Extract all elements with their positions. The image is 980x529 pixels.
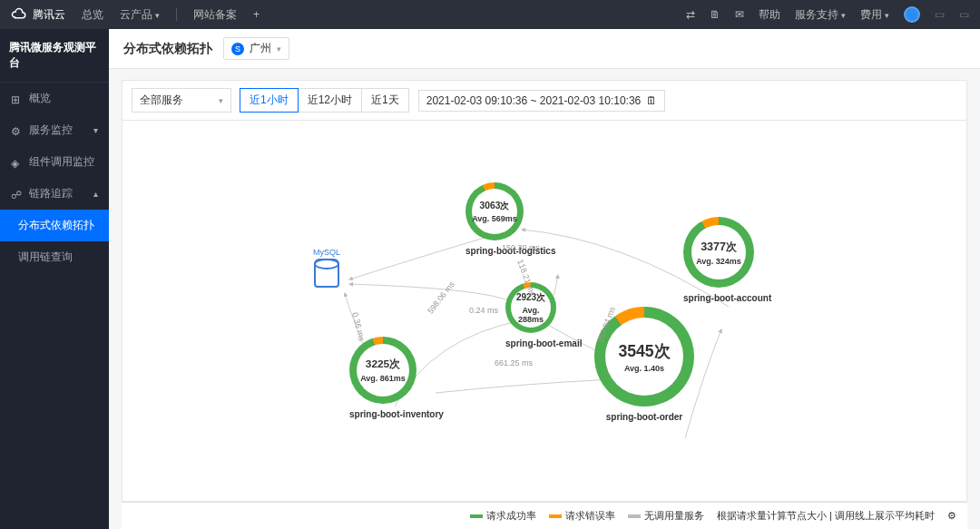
edge-label: 661.25 ms — [495, 358, 533, 367]
node-inventory[interactable]: 3225次Avg. 861ms spring-boot-inventory — [349, 337, 444, 419]
sidebar-item-label: 链路追踪 — [29, 186, 73, 201]
datetime-picker[interactable]: 2021-02-03 09:10:36 ~ 2021-02-03 10:10:3… — [418, 90, 666, 112]
legend-swatch-green — [470, 514, 483, 518]
node-avg: Avg. 1.40s — [624, 364, 664, 373]
region-selector[interactable]: S 广州 ▾ — [223, 37, 289, 60]
sidebar-item-component[interactable]: ◈ 组件调用监控 — [0, 146, 109, 178]
legend-nocall: 无调用量服务 — [628, 509, 704, 523]
node-label: spring-boot-email — [505, 338, 582, 348]
database-icon — [314, 259, 339, 288]
sidebar-item-label: 概览 — [29, 91, 51, 106]
legend-footer: 请求成功率 请求错误率 无调用量服务 根据请求量计算节点大小 | 调用线上展示平… — [122, 502, 967, 529]
chevron-down-icon: ▾ — [93, 125, 98, 135]
service-filter-label: 全部服务 — [140, 93, 183, 108]
chevron-down-icon: ▾ — [219, 96, 223, 105]
settings-icon[interactable]: ⚙ — [947, 510, 956, 522]
range-12h-button[interactable]: 近12小时 — [298, 88, 362, 113]
gear-icon: ⚙ — [11, 125, 22, 136]
nav-overview[interactable]: 总览 — [82, 7, 103, 23]
avatar[interactable] — [904, 6, 920, 23]
nav-fee[interactable]: 费用 — [860, 7, 889, 23]
sidebar: 腾讯微服务观测平台 ⊞ 概览 ⚙ 服务监控 ▾ ◈ 组件调用监控 ☍ 链路追踪 … — [0, 29, 109, 529]
legend-note: 根据请求量计算节点大小 | 调用线上展示平均耗时 — [717, 509, 935, 523]
node-label: spring-boot-inventory — [349, 409, 444, 419]
more-icon[interactable]: ▭ — [959, 8, 969, 21]
toolbar: 全部服务 ▾ 近1小时 近12小时 近1天 2021-02-03 09:10:3… — [122, 80, 967, 121]
brand-text: 腾讯云 — [33, 7, 65, 23]
range-1d-button[interactable]: 近1天 — [361, 88, 409, 113]
sidebar-item-overview[interactable]: ⊞ 概览 — [0, 83, 109, 114]
calendar-icon: 🗓 — [646, 94, 657, 107]
node-mysql[interactable]: MySQL — [313, 248, 340, 288]
chevron-down-icon: ▾ — [277, 44, 281, 54]
node-email[interactable]: 2923次Avg. 288ms spring-boot-email — [505, 282, 582, 348]
sidebar-item-label: 组件调用监控 — [29, 154, 94, 170]
node-count: 3377次 — [701, 240, 737, 255]
sidebar-item-topology[interactable]: 分布式依赖拓扑 — [0, 210, 109, 241]
mysql-label: MySQL — [313, 248, 340, 257]
page-title: 分布式依赖拓扑 — [123, 41, 212, 57]
sidebar-item-label: 服务监控 — [29, 122, 73, 138]
sidebar-item-chain[interactable]: 调用链查询 — [0, 241, 109, 273]
node-label: spring-boot-account — [683, 293, 771, 303]
edge-label: 150.30 ms — [502, 243, 540, 252]
grid-icon: ⊞ — [11, 93, 22, 104]
range-1h-button[interactable]: 近1小时 — [240, 88, 299, 113]
nav-support[interactable]: 服务支持 — [795, 7, 846, 23]
top-bar: 腾讯云 总览 云产品 网站备案 + ⇄ 🗎 ✉ 帮助 服务支持 费用 ▭ ▭ — [0, 0, 980, 29]
node-count: 3545次 — [618, 340, 670, 362]
tool-icon[interactable]: ⇄ — [686, 8, 695, 21]
main: 分布式依赖拓扑 S 广州 ▾ 全部服务 ▾ 近1小时 近12小时 近1天 20 — [109, 29, 980, 529]
topology-canvas[interactable]: MySQL 3063次Avg. 569ms spring-boot-logist… — [122, 121, 967, 502]
node-label: spring-boot-order — [594, 412, 694, 422]
nav-help[interactable]: 帮助 — [759, 7, 780, 23]
legend-success: 请求成功率 — [470, 509, 536, 523]
chevron-up-icon: ▴ — [93, 189, 98, 199]
globe-icon: S — [231, 43, 244, 55]
node-avg: Avg. 288ms — [511, 306, 551, 324]
node-avg: Avg. 324ms — [696, 257, 741, 266]
chat-icon[interactable]: ▭ — [935, 8, 945, 21]
node-count: 3063次 — [480, 200, 510, 212]
service-filter-select[interactable]: 全部服务 ▾ — [132, 88, 231, 113]
edge-label: 0.24 ms — [469, 306, 498, 315]
nav-separator — [176, 8, 177, 21]
sidebar-title: 腾讯微服务观测平台 — [0, 29, 109, 83]
brand[interactable]: 腾讯云 — [11, 6, 65, 23]
node-account[interactable]: 3377次Avg. 324ms spring-boot-account — [683, 217, 771, 303]
doc-icon[interactable]: 🗎 — [710, 8, 720, 21]
legend-swatch-grey — [628, 514, 641, 518]
node-avg: Avg. 861ms — [360, 374, 406, 383]
legend-error: 请求错误率 — [549, 509, 615, 523]
sidebar-item-label: 调用链查询 — [18, 250, 73, 265]
sidebar-item-trace[interactable]: ☍ 链路追踪 ▴ — [0, 178, 109, 210]
datetime-label: 2021-02-03 09:10:36 ~ 2021-02-03 10:10:3… — [426, 94, 642, 107]
sidebar-item-monitor[interactable]: ⚙ 服务监控 ▾ — [0, 114, 109, 146]
sidebar-item-label: 分布式依赖拓扑 — [18, 218, 94, 233]
region-label: 广州 — [250, 41, 271, 56]
top-nav: 总览 云产品 网站备案 + — [82, 7, 260, 23]
nav-beian[interactable]: 网站备案 — [193, 7, 237, 23]
cube-icon: ◈ — [11, 157, 22, 168]
legend-swatch-orange — [549, 514, 562, 518]
page-header: 分布式依赖拓扑 S 广州 ▾ — [109, 29, 980, 69]
top-right: ⇄ 🗎 ✉ 帮助 服务支持 费用 ▭ ▭ — [686, 6, 969, 23]
mail-icon[interactable]: ✉ — [735, 8, 744, 21]
cloud-logo-icon — [11, 6, 27, 23]
time-range-group: 近1小时 近12小时 近1天 — [240, 88, 409, 113]
node-avg: Avg. 569ms — [472, 214, 517, 223]
node-count: 3225次 — [366, 358, 400, 372]
link-icon: ☍ — [11, 189, 22, 200]
nav-plus[interactable]: + — [253, 8, 260, 21]
nav-products[interactable]: 云产品 — [120, 7, 160, 23]
